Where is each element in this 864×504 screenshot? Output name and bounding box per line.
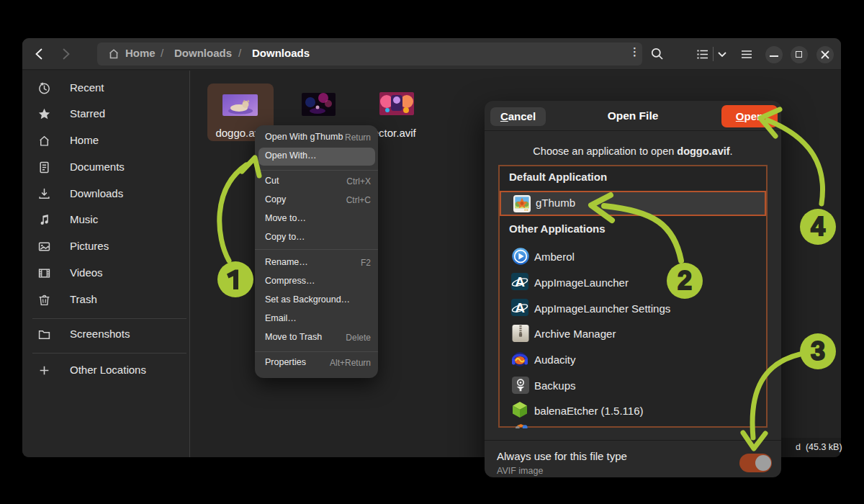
svg-text:A: A — [515, 274, 525, 289]
svg-text:A: A — [515, 300, 525, 315]
